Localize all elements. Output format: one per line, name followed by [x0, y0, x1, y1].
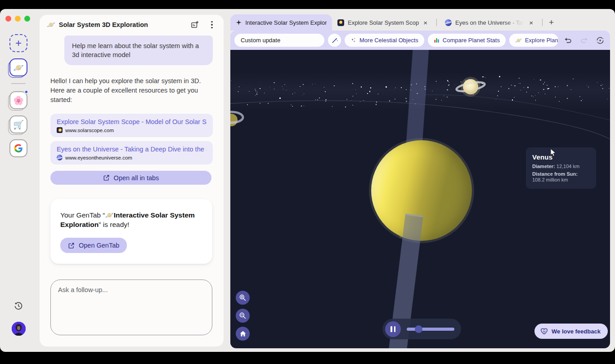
- tooltip-diameter: Diameter: 12,104 km: [532, 164, 590, 170]
- custom-update-input[interactable]: [234, 34, 324, 47]
- chip-label: Explore Planet Surfac: [525, 37, 558, 44]
- tooltip-title: Venus: [532, 153, 590, 161]
- magic-wand-icon: [331, 37, 338, 44]
- link-title[interactable]: Explore Solar System Scope - Model of Ou…: [57, 118, 206, 125]
- heart-smile-icon: [540, 328, 548, 335]
- magic-wand-button[interactable]: [328, 34, 341, 47]
- tab-strip: Interactive Solar System Explor... Explo…: [230, 14, 557, 31]
- more-options-icon[interactable]: [207, 20, 216, 29]
- tab-label: Interactive Solar System Explor...: [245, 19, 327, 26]
- tab-explore-solar-system-scope[interactable]: Explore Solar System Scope - ×: [332, 14, 434, 31]
- link-url: www.solarscope.com: [65, 128, 114, 133]
- chat-title: Solar System 3D Exploration: [59, 21, 182, 28]
- mouse-cursor: [550, 148, 557, 157]
- pause-icon: [394, 326, 396, 332]
- chat-header: 🪐 Solar System 3D Exploration: [40, 15, 224, 35]
- eyes-universe-favicon-icon: [57, 155, 63, 160]
- home-view-button[interactable]: [236, 327, 250, 341]
- tab-eyes-on-the-universe[interactable]: Eyes on the Universe - Taking ×: [440, 14, 539, 31]
- follow-up-input[interactable]: [50, 280, 212, 335]
- window-controls: [5, 16, 30, 22]
- chat-panel: 🪐 Solar System 3D Exploration Help me le…: [40, 15, 224, 346]
- regenerate-button[interactable]: [594, 35, 606, 46]
- feedback-label: We love feedback: [552, 328, 601, 335]
- sparkle-icon: [236, 19, 242, 26]
- bar-chart-icon: [434, 37, 440, 43]
- new-gentab-icon[interactable]: [190, 20, 199, 29]
- speed-slider[interactable]: [407, 328, 454, 331]
- solarscope-favicon-icon: [337, 19, 344, 26]
- zoom-in-button[interactable]: [236, 291, 250, 305]
- minimize-window-button[interactable]: [15, 16, 21, 22]
- gentab-ready-text: Your GenTab “🪐Interactive Solar System E…: [60, 210, 202, 229]
- zoom-window-button[interactable]: [24, 16, 30, 22]
- close-tab-icon[interactable]: ×: [528, 19, 534, 26]
- saturn-emoji-icon: 🪐: [515, 37, 522, 44]
- link-card-solarscope[interactable]: Explore Solar System Scope - Model of Ou…: [50, 114, 213, 137]
- user-avatar[interactable]: [12, 322, 26, 336]
- user-message-bubble: Help me learn about the solar system wit…: [64, 36, 213, 65]
- tooltip-distance: Distance from Sun: 108.2 million km: [532, 171, 590, 183]
- slider-thumb[interactable]: [415, 325, 422, 333]
- tab-label: Eyes on the Universe - Taking: [455, 19, 525, 26]
- chip-explore-planet-surface[interactable]: 🪐 Explore Planet Surfac: [509, 34, 558, 47]
- pause-icon: [391, 326, 392, 332]
- sidebar-item-google[interactable]: [9, 139, 27, 157]
- chip-compare-planet-stats[interactable]: Compare Planet Stats: [428, 34, 506, 47]
- sync-sparkle-icon: [596, 36, 605, 45]
- open-gentab-label: Open GenTab: [79, 242, 119, 249]
- link-title[interactable]: Eyes on the Universe - Taking a Deep Div…: [57, 146, 206, 153]
- zoom-out-icon: [239, 312, 247, 320]
- google-logo-icon: [14, 144, 23, 153]
- link-card-eyes-universe[interactable]: Eyes on the Universe - Taking a Deep Div…: [50, 141, 213, 164]
- planet-info-tooltip: Venus Diameter: 12,104 km Distance from …: [526, 147, 596, 189]
- open-in-new-icon: [103, 174, 110, 181]
- open-in-new-icon: [68, 242, 75, 249]
- gentab-ready-card: Your GenTab “🪐Interactive Solar System E…: [50, 199, 212, 264]
- tab-separator: [436, 19, 437, 26]
- planet-saturn[interactable]: [454, 75, 487, 98]
- link-cards: Explore Solar System Scope - Model of Ou…: [50, 114, 213, 164]
- planet-partial-left: [230, 105, 246, 132]
- feedback-button[interactable]: We love feedback: [534, 324, 608, 339]
- redo-button[interactable]: [578, 35, 590, 46]
- left-rail: + 🪐 🌸 🛒: [0, 9, 40, 352]
- close-tab-icon[interactable]: ×: [422, 19, 428, 26]
- open-all-in-tabs-button[interactable]: Open all in tabs: [50, 171, 211, 185]
- eyes-universe-favicon-icon: [445, 19, 452, 26]
- gentab-toolbar: More Celestial Objects Compare Planet St…: [230, 31, 610, 50]
- pause-button[interactable]: [385, 321, 401, 337]
- chip-more-celestial-objects[interactable]: More Celestial Objects: [345, 34, 424, 47]
- solar-system-3d-canvas[interactable]: Venus Diameter: 12,104 km Distance from …: [230, 50, 610, 348]
- gentab-workarea: More Celestial Objects Compare Planet St…: [230, 31, 610, 348]
- zoom-out-button[interactable]: [236, 309, 250, 323]
- browser-window: + 🪐 🌸 🛒 🪐 Solar System 3D Exploration He…: [0, 9, 615, 352]
- redo-icon: [580, 36, 588, 44]
- home-icon: [239, 330, 247, 337]
- close-window-button[interactable]: [5, 16, 11, 22]
- saturn-emoji-icon: 🪐: [105, 211, 113, 219]
- tab-interactive-solar-system[interactable]: Interactive Solar System Explor...: [230, 14, 332, 31]
- history-icon[interactable]: [14, 302, 23, 311]
- rail-divider: [11, 83, 26, 84]
- saturn-emoji-icon: 🪐: [13, 62, 24, 73]
- undo-button[interactable]: [562, 35, 574, 46]
- chip-label: More Celestial Objects: [359, 37, 418, 44]
- undo-icon: [564, 36, 572, 44]
- saturn-emoji-icon: 🪐: [47, 21, 55, 29]
- auto-awesome-stars-icon: [350, 37, 356, 43]
- open-gentab-button[interactable]: Open GenTab: [60, 238, 127, 253]
- new-space-button[interactable]: +: [9, 34, 27, 52]
- tab-separator: [542, 19, 543, 26]
- chip-label: Compare Planet Stats: [443, 37, 500, 44]
- sidebar-item-flower[interactable]: 🌸: [9, 91, 27, 109]
- notification-dot: [24, 90, 28, 94]
- new-tab-button[interactable]: +: [545, 18, 557, 27]
- tab-label: Explore Solar System Scope -: [348, 19, 419, 26]
- open-all-label: Open all in tabs: [114, 174, 159, 182]
- sidebar-item-shopping[interactable]: 🛒: [9, 115, 27, 133]
- link-url: www.eyesontheuniverse.com: [65, 155, 132, 160]
- cart-emoji-icon: 🛒: [13, 120, 24, 130]
- avatar-portrait: [12, 322, 26, 336]
- sidebar-item-solar-system[interactable]: 🪐: [9, 58, 27, 76]
